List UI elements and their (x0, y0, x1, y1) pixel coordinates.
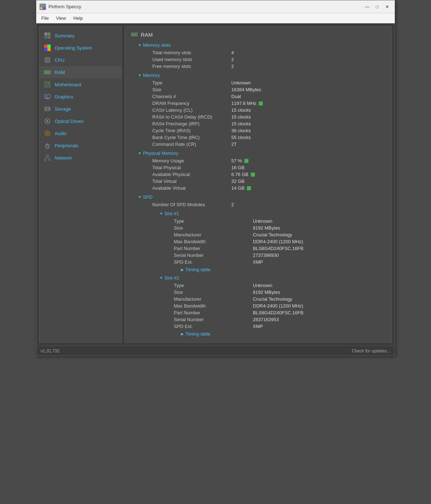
sidebar-label-audio: Audio (55, 131, 66, 136)
svg-rect-3 (40, 7, 42, 9)
bank-val: 55 clocks (231, 135, 251, 140)
total-physical-row: Total Physical 16 GB (152, 164, 386, 171)
slot1-header[interactable]: ▼ Slot #1 (152, 211, 386, 216)
menu-help[interactable]: Help (70, 14, 87, 22)
memory-arrow: ▼ (138, 73, 142, 77)
sidebar-item-summary[interactable]: Summary (40, 29, 121, 42)
check-updates-link[interactable]: Check for updates... (352, 348, 390, 353)
size-row: Size 16384 MBytes (152, 86, 386, 93)
slot2-pn-row: Part Number BLS8G4D240FSC.16FB (174, 309, 386, 316)
slot1-data: Type Unknown Size 8192 MBytes Manufactur… (152, 218, 386, 272)
maximize-button[interactable]: □ (372, 3, 382, 11)
slot2-size-key: Size (174, 290, 253, 295)
cas-key: CAS# Latency (CL) (152, 107, 231, 113)
timing-table-1-link[interactable]: ▶ Timing table (174, 267, 386, 272)
svg-point-63 (47, 145, 48, 145)
type-val: Unknown (231, 80, 251, 85)
sidebar-label-os: Operating System (55, 45, 92, 51)
network-icon (44, 154, 51, 161)
slot2-mfg-row: Manufacturer Crucial Technology (174, 296, 386, 302)
svg-rect-6 (48, 33, 50, 35)
slot1-pn-val: BLS8G4D240FSC.16FB (253, 246, 303, 251)
ras-cas-key: RAS# to CAS# Delay (tRCD) (152, 114, 231, 120)
svg-rect-9 (44, 45, 47, 48)
timing-table-2-link[interactable]: ▶ Timing table (174, 331, 386, 337)
spd-modules-row: Number Of SPD Modules 2 (152, 201, 386, 208)
timing-table-2-arrow: ▶ (181, 332, 184, 336)
sidebar-item-cpu[interactable]: CPU (40, 54, 121, 66)
slot2-type-row: Type Unknown (174, 282, 386, 289)
sidebar-item-peripherals[interactable]: Peripherals (40, 139, 121, 152)
sidebar-item-motherboard[interactable]: Motherboard (40, 78, 121, 91)
sidebar-item-ram[interactable]: RAM (40, 66, 121, 78)
sidebar-label-summary: Summary (55, 33, 75, 38)
bank-row: Bank Cycle Time (tRC) 55 clocks (152, 134, 386, 141)
svg-rect-8 (48, 36, 50, 38)
svg-rect-72 (132, 34, 133, 35)
mem-usage-indicator (244, 159, 249, 163)
sidebar: Summary Operating System (39, 26, 122, 343)
svg-rect-12 (47, 48, 51, 51)
slot2-header[interactable]: ▼ Slot #2 (152, 275, 386, 281)
svg-rect-28 (45, 71, 46, 73)
cycle-row: Cycle Time (tRAS) 36 clocks (152, 127, 386, 134)
memory-slots-header[interactable]: ▼ Memory slots (138, 42, 386, 48)
slot2-bw-key: Max Bandwidth (174, 303, 253, 309)
avail-virtual-val: 14 GB (231, 185, 251, 191)
dram-val: 1197.6 MHz (231, 101, 263, 106)
spd-header[interactable]: ▼ SPD (138, 194, 386, 200)
ram-icon (44, 69, 51, 76)
slot1-size-row: Size 8192 MBytes (174, 225, 386, 231)
slot2-pn-val: BLS8G4D240FSC.16FB (253, 310, 303, 315)
free-slots-val: 2 (231, 64, 234, 69)
svg-rect-11 (44, 48, 47, 51)
sidebar-label-peripherals: Peripherals (55, 143, 78, 148)
cycle-key: Cycle Time (tRAS) (152, 128, 231, 133)
timing-table-1-arrow: ▶ (181, 268, 184, 272)
close-button[interactable]: ✕ (383, 3, 392, 11)
mem-usage-row: Memory Usage 57 % (152, 157, 386, 164)
main-window: Piriform Speccy — □ ✕ File View Help (36, 0, 395, 356)
command-val: 2T (231, 142, 237, 147)
mem-usage-key: Memory Usage (152, 158, 231, 163)
physical-memory-arrow: ▼ (138, 151, 142, 155)
sidebar-item-network[interactable]: Network (40, 152, 121, 164)
window-controls: — □ ✕ (362, 3, 392, 11)
sidebar-item-audio[interactable]: Audio (40, 127, 121, 139)
used-slots-key: Used memory slots (152, 57, 231, 62)
sidebar-item-optical[interactable]: Optical Drives (40, 115, 121, 127)
memory-header[interactable]: ▼ Memory (138, 73, 386, 78)
avail-physical-indicator (251, 172, 255, 177)
slot2-sn-row: Serial Number 2837162953 (174, 316, 386, 323)
slot2-data: Type Unknown Size 8192 MBytes Manufactur… (152, 282, 386, 337)
sidebar-item-graphics[interactable]: Graphics (40, 91, 121, 103)
spd-arrow: ▼ (138, 195, 142, 199)
memory-section: ▼ Memory Type Unknown Size 16384 MBytes … (131, 73, 386, 148)
menu-view[interactable]: View (52, 14, 70, 22)
slot2-mfg-val: Crucial Technology (253, 296, 292, 302)
avail-physical-key: Available Physical (152, 172, 231, 177)
ras-cas-row: RAS# to CAS# Delay (tRCD) 15 clocks (152, 114, 386, 120)
physical-memory-header[interactable]: ▼ Physical Memory (138, 151, 386, 156)
channels-val: Dual (231, 94, 241, 99)
svg-rect-37 (48, 82, 50, 83)
cpu-icon (44, 56, 51, 64)
sidebar-label-motherboard: Motherboard (55, 82, 81, 87)
sidebar-item-storage[interactable]: Storage (40, 103, 121, 115)
slot2-type-val: Unknown (253, 283, 272, 288)
summary-icon (44, 32, 51, 39)
minimize-button[interactable]: — (362, 3, 372, 11)
slot2-mfg-key: Manufacturer (174, 296, 253, 302)
sidebar-item-os[interactable]: Operating System (40, 42, 121, 54)
total-physical-key: Total Physical (152, 165, 231, 170)
sidebar-label-storage: Storage (55, 106, 71, 112)
memory-slots-section: ▼ Memory slots Total memory slots 4 Used… (131, 42, 386, 70)
svg-rect-74 (134, 34, 135, 35)
type-row: Type Unknown (152, 79, 386, 86)
slot2-spd-val: XMP (253, 324, 263, 329)
memory-slots-arrow: ▼ (138, 43, 142, 47)
ras-cas-val: 15 clocks (231, 114, 251, 120)
app-icon (39, 3, 46, 10)
content-header: RAM (131, 31, 386, 38)
menu-file[interactable]: File (38, 14, 52, 22)
